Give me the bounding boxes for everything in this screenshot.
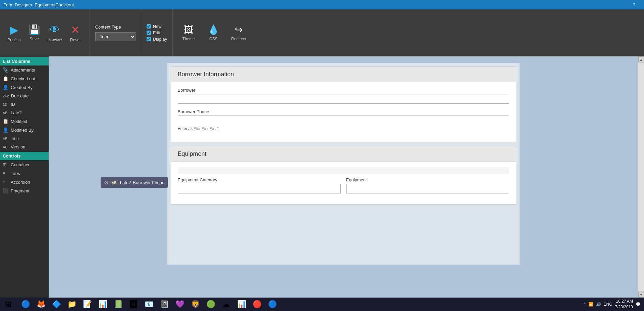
sidebar-item-late[interactable]: AB Late? (0, 108, 49, 117)
sidebar-item-modified[interactable]: 📋 Modified (0, 117, 49, 126)
list-columns-header: List Columns (0, 57, 49, 65)
taskbar-date: 7/23/2019 (615, 304, 633, 310)
taskbar-app-adobe[interactable]: 🅰 (126, 298, 141, 310)
equipment-input[interactable] (346, 184, 509, 193)
sidebar-item-fragment[interactable]: ⬛ Fragment (0, 186, 49, 195)
created-by-icon: 👤 (3, 85, 9, 90)
preview-label: Preview (48, 37, 62, 42)
title-bar-text: Form Designer: EquipmentCheckout (3, 2, 74, 7)
theme-button[interactable]: 🖼 Theme (177, 21, 200, 44)
drag-tooltip: ⊘ AB Late? Borrower Phone (101, 177, 168, 188)
scroll-down-arrow[interactable]: ▼ (638, 292, 644, 298)
title-bar: Form Designer: EquipmentCheckout ? (0, 0, 644, 9)
equipment-category-label: Equipment Category (178, 177, 341, 182)
equipment-category-input[interactable] (178, 184, 341, 193)
checkbox-edit-input[interactable] (147, 31, 151, 35)
help-button[interactable]: ? (628, 0, 641, 10)
checkbox-group: New Edit Display (141, 9, 173, 56)
id-icon: 12 (3, 102, 9, 106)
icon-btn-group: 🖼 Theme 💧 CSS ↪ Redirect (173, 9, 255, 56)
taskbar-app-stb[interactable]: 🔴 (250, 298, 264, 310)
sidebar-item-accordion[interactable]: ≡ Accordion (0, 178, 49, 186)
late-icon: AB (3, 111, 9, 115)
taskbar-app-files[interactable]: 📁 (64, 298, 79, 310)
taskbar-app-word[interactable]: 📝 (80, 298, 95, 310)
drag-tooltip-text: Late? (120, 180, 131, 185)
borrower-info-header: Borrower Information (171, 67, 516, 82)
controls-header: Controls (0, 152, 49, 160)
title-prefix: Form Designer: (3, 2, 34, 7)
checkbox-new-input[interactable] (147, 24, 151, 29)
taskbar-app-mail[interactable]: 📧 (142, 298, 156, 310)
taskbar-network-icon: 📶 (588, 302, 593, 307)
equipment-row: Equipment Category Equipment (178, 177, 509, 199)
save-button[interactable]: 💾 Save (24, 22, 44, 43)
sidebar-item-attachments[interactable]: 📎 Attachments (0, 65, 49, 74)
start-button[interactable]: ⊞ (0, 298, 17, 311)
css-button[interactable]: 💧 CSS (202, 21, 225, 44)
preview-button[interactable]: 👁 Preview (44, 21, 65, 44)
fragment-icon: ⬛ (3, 188, 9, 193)
sidebar: List Columns 📎 Attachments 📋 Checked out… (0, 56, 49, 298)
checkbox-display: Display (147, 37, 167, 42)
sidebar-item-id[interactable]: 12 ID (0, 100, 49, 108)
taskbar-app-spotify[interactable]: 🟢 (203, 298, 218, 310)
redirect-icon: ↪ (235, 24, 243, 35)
tabs-icon: ≡ (3, 171, 9, 176)
taskbar-expand-icon[interactable]: ^ (584, 302, 586, 307)
equipment-section: Equipment Equipment Category Equipment (171, 146, 516, 205)
checkbox-new: New (147, 24, 167, 29)
taskbar-app-smartsheet[interactable]: 📊 (234, 298, 249, 310)
sidebar-item-version[interactable]: AB Version (0, 143, 49, 151)
taskbar-notification-icon[interactable]: 💬 (636, 302, 641, 307)
checkbox-edit: Edit (147, 30, 167, 35)
sidebar-item-container[interactable]: ⊞ Container (0, 160, 49, 169)
borrower-phone-field: Borrower Phone Enter as ###-###-#### (178, 109, 509, 131)
taskbar-app-brave[interactable]: 🦁 (188, 298, 203, 310)
taskbar-datetime: 10:27 AM 7/23/2019 (615, 299, 633, 310)
taskbar-app-ie2[interactable]: 🔵 (265, 298, 280, 310)
taskbar-volume-icon[interactable]: 🔊 (596, 302, 601, 307)
sidebar-item-title-label: Title (11, 136, 19, 141)
taskbar-system: ^ 📶 🔊 ENG 10:27 AM 7/23/2019 💬 (580, 299, 644, 310)
sidebar-item-id-label: ID (11, 102, 15, 107)
reset-button[interactable]: ✕ Reset (65, 21, 86, 44)
content-type-label: Content Type (95, 25, 136, 30)
sidebar-item-modified-label: Modified (11, 119, 27, 124)
content-type-group: Content Type Item (90, 9, 141, 56)
taskbar-app-onenote[interactable]: 📓 (157, 298, 172, 310)
theme-icon: 🖼 (184, 24, 193, 35)
redirect-button[interactable]: ↪ Redirect (226, 21, 251, 44)
taskbar-app-ie-app[interactable]: 🔷 (49, 298, 64, 310)
taskbar-app-excel[interactable]: 📗 (111, 298, 125, 310)
sidebar-item-modified-by-label: Modified By (11, 128, 34, 133)
scrollbar[interactable]: ▲ ▼ (638, 56, 644, 298)
sidebar-item-modified-by[interactable]: 👤 Modified By (0, 126, 49, 134)
sidebar-item-created-by-label: Created By (11, 85, 33, 90)
taskbar-app-firefox[interactable]: 🦊 (34, 298, 48, 310)
toolbar-main-actions: ▶ Publish 💾 Save 👁 Preview ✕ Reset (0, 9, 90, 56)
borrower-input[interactable] (178, 94, 509, 104)
theme-label: Theme (182, 37, 195, 41)
taskbar-app-chrome[interactable]: 🔵 (18, 298, 33, 310)
title-icon: AB (3, 137, 9, 141)
equipment-header: Equipment (171, 146, 516, 162)
modified-by-icon: 👤 (3, 127, 9, 133)
sidebar-item-tabs[interactable]: ≡ Tabs (0, 169, 49, 178)
borrower-phone-label: Borrower Phone (178, 109, 509, 114)
taskbar-app-cloud[interactable]: ☁ (219, 298, 233, 310)
sidebar-item-title[interactable]: AB Title (0, 134, 49, 143)
scroll-track[interactable] (638, 62, 644, 292)
sidebar-item-created-by[interactable]: 👤 Created By (0, 83, 49, 92)
borrower-phone-input[interactable] (178, 116, 509, 125)
scroll-up-arrow[interactable]: ▲ (638, 56, 644, 62)
attachment-icon: 📎 (3, 67, 9, 73)
sidebar-item-due-date[interactable]: 2+2 Due date (0, 92, 49, 100)
taskbar-app-teams[interactable]: 💜 (172, 298, 187, 310)
taskbar-app-powerpoint[interactable]: 📊 (95, 298, 110, 310)
sidebar-item-checked-out[interactable]: 📋 Checked out (0, 74, 49, 83)
content-type-select[interactable]: Item (95, 32, 136, 41)
title-link[interactable]: EquipmentCheckout (35, 2, 74, 7)
checkbox-display-input[interactable] (147, 37, 151, 41)
publish-button[interactable]: ▶ Publish (4, 21, 24, 44)
